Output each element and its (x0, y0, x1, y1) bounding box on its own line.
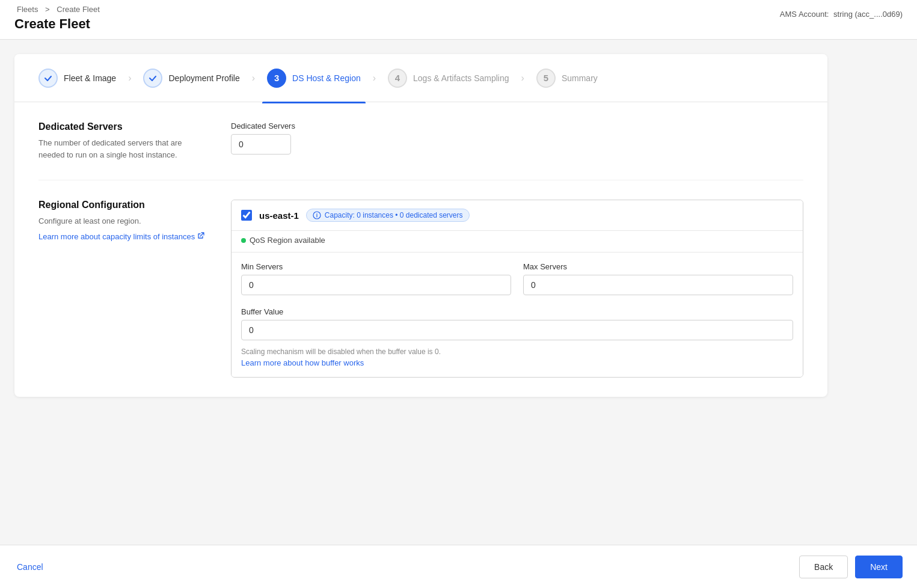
max-servers-group: Max Servers (523, 262, 793, 295)
buffer-hint: Scaling mechanism will be disabled when … (241, 348, 793, 356)
wizard-steps: Fleet & Image › Deployment Profile › 3 D… (14, 54, 827, 102)
step-3[interactable]: 3 DS Host & Region (262, 69, 366, 88)
dedicated-servers-body: Dedicated Servers (231, 121, 803, 161)
page-title: Create Fleet (14, 16, 903, 32)
sep-3: › (366, 73, 383, 84)
info-icon (313, 211, 321, 219)
dedicated-servers-info: Dedicated Servers The number of dedicate… (38, 121, 207, 161)
dedicated-servers-desc: The number of dedicated servers that are… (38, 137, 207, 161)
buffer-label: Buffer Value (241, 307, 793, 316)
step-4-label: Logs & Artifacts Sampling (413, 73, 509, 83)
regional-config-desc: Configure at least one region. (38, 215, 207, 227)
min-servers-label: Min Servers (241, 262, 511, 271)
region-checkbox[interactable] (241, 210, 252, 221)
dedicated-servers-title: Dedicated Servers (38, 121, 207, 132)
step-2-label: Deployment Profile (168, 73, 239, 83)
capacity-badge: Capacity: 0 instances • 0 dedicated serv… (306, 209, 470, 222)
regional-config-info: Regional Configuration Configure at leas… (38, 200, 207, 378)
regional-config-section: Regional Configuration Configure at leas… (38, 200, 803, 378)
region-header: us-east-1 Capacity: 0 instances • 0 dedi… (232, 200, 803, 231)
buffer-link[interactable]: Learn more about how buffer works (241, 358, 364, 367)
step-2-circle (143, 69, 162, 88)
region-card-us-east-1: us-east-1 Capacity: 0 instances • 0 dedi… (231, 200, 803, 378)
step-5-circle: 5 (536, 69, 556, 88)
sep-1: › (121, 73, 138, 84)
dedicated-servers-label: Dedicated Servers (231, 121, 803, 130)
breadcrumb-create-fleet: Create Fleet (57, 5, 100, 14)
capacity-limits-link[interactable]: Learn more about capacity limits of inst… (38, 232, 207, 241)
step-4-circle: 4 (388, 69, 407, 88)
step-3-label: DS Host & Region (292, 73, 361, 83)
step-1[interactable]: Fleet & Image (34, 69, 121, 88)
capacity-link-text: Learn more about capacity limits of inst… (38, 232, 195, 241)
qos-row: QoS Region available (232, 231, 803, 252)
ams-value: string (acc_....0d69) (833, 10, 903, 19)
sep-2: › (245, 73, 262, 84)
external-link-icon (197, 232, 204, 240)
breadcrumb-separator: > (45, 5, 50, 14)
footer-right: Back Next (799, 556, 903, 578)
qos-text: QoS Region available (250, 236, 325, 245)
check-icon (43, 73, 53, 83)
regional-config-body: us-east-1 Capacity: 0 instances • 0 dedi… (231, 200, 803, 378)
step-4[interactable]: 4 Logs & Artifacts Sampling (383, 69, 514, 88)
check-icon-2 (148, 73, 158, 83)
back-button[interactable]: Back (799, 556, 848, 578)
region-fields: Min Servers Max Servers Buffer Value (232, 252, 803, 377)
dedicated-servers-section: Dedicated Servers The number of dedicate… (38, 121, 803, 180)
region-name: us-east-1 (259, 210, 299, 221)
buffer-value-group: Buffer Value Scaling mechanism will be d… (241, 307, 793, 367)
step-1-label: Fleet & Image (64, 73, 116, 83)
max-servers-label: Max Servers (523, 262, 793, 271)
step-5-label: Summary (562, 73, 598, 83)
footer: Cancel Back Next (0, 545, 917, 588)
next-button[interactable]: Next (855, 556, 903, 578)
min-servers-group: Min Servers (241, 262, 511, 295)
max-servers-input[interactable] (523, 275, 793, 295)
cancel-button[interactable]: Cancel (14, 556, 46, 578)
sep-4: › (514, 73, 532, 84)
breadcrumb: Fleets > Create Fleet (14, 5, 903, 14)
step-3-circle: 3 (267, 69, 286, 88)
min-servers-input[interactable] (241, 275, 511, 295)
capacity-text: Capacity: 0 instances • 0 dedicated serv… (325, 211, 463, 219)
regional-config-title: Regional Configuration (38, 200, 207, 210)
ams-label: AMS Account: (780, 10, 829, 19)
buffer-input[interactable] (241, 320, 793, 340)
step-5[interactable]: 5 Summary (532, 69, 603, 88)
breadcrumb-fleets[interactable]: Fleets (17, 5, 38, 14)
min-max-row: Min Servers Max Servers (241, 262, 793, 295)
dedicated-servers-input[interactable] (231, 134, 291, 155)
step-2[interactable]: Deployment Profile (138, 69, 244, 88)
step-1-circle (38, 69, 58, 88)
qos-indicator (241, 238, 246, 243)
ams-account: AMS Account: string (acc_....0d69) (780, 10, 903, 19)
